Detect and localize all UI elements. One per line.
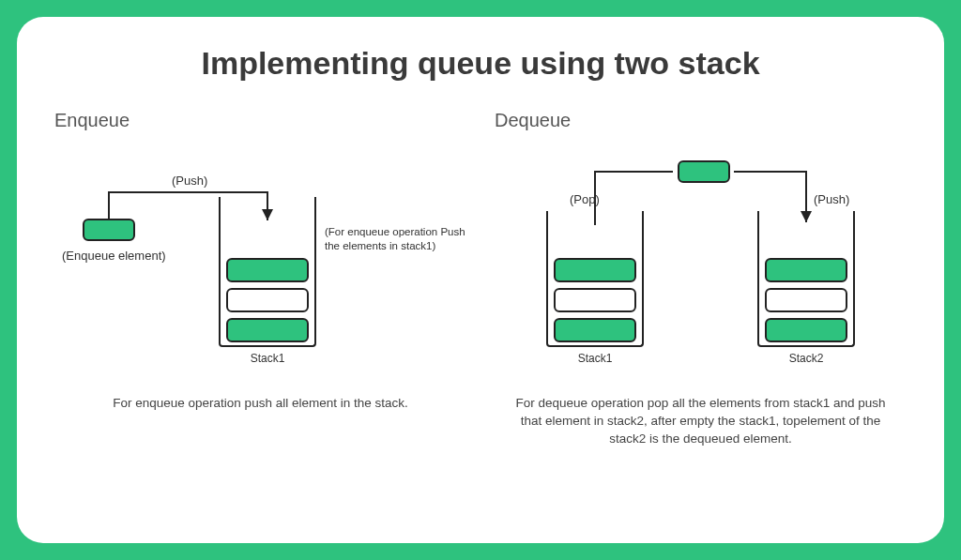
diagram-card: Implementing queue using two stack Enque… (17, 17, 944, 543)
enqueue-heading: Enqueue (54, 110, 466, 131)
enqueue-diagram: (Enqueue element) (Push) Stack1 (For enq… (54, 145, 466, 389)
enqueue-description: For enqueue operation push all element i… (54, 395, 466, 413)
enqueue-arrow-overlay (54, 145, 486, 389)
dequeue-description: For dequeue operation pop all the elemen… (495, 395, 907, 448)
columns: Enqueue (Enqueue element) (Push) Stack1 … (54, 110, 907, 448)
dequeue-heading: Dequeue (495, 110, 907, 131)
enqueue-column: Enqueue (Enqueue element) (Push) Stack1 … (54, 110, 466, 448)
dequeue-column: Dequeue (Pop) (Push) Stack1 (495, 110, 907, 448)
dequeue-diagram: (Pop) (Push) Stack1 Stack2 (495, 145, 907, 389)
page-title: Implementing queue using two stack (54, 45, 907, 82)
dequeue-arrow-overlay (495, 145, 926, 389)
